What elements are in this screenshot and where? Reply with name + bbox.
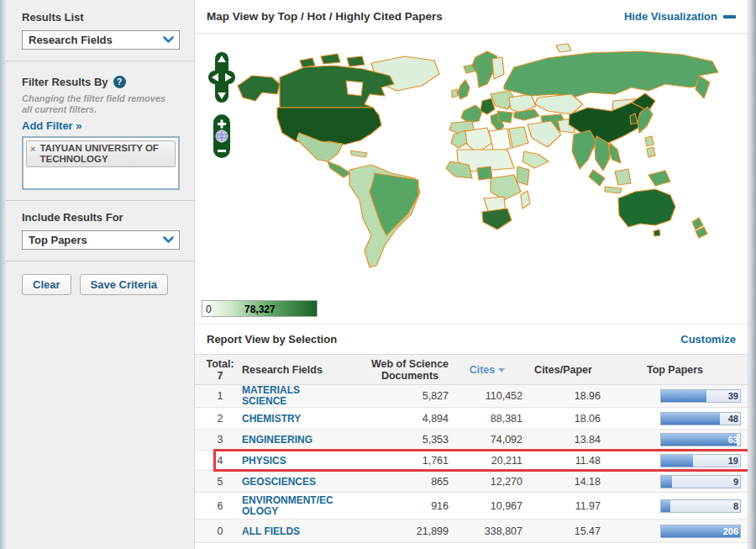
cites-value: 74,092 bbox=[450, 434, 524, 446]
row-rank: 2 bbox=[198, 413, 242, 425]
filter-tag[interactable]: × TAIYUAN UNIVERSITY OF TECHNOLOGY bbox=[26, 140, 176, 167]
results-list-dropdown[interactable]: Research Fields bbox=[22, 30, 180, 50]
include-results-dropdown-value: Top Papers bbox=[23, 234, 157, 246]
docs-value: 5,353 bbox=[370, 434, 450, 446]
legend-min-value: 0 bbox=[206, 304, 212, 315]
top-papers-value: 39 bbox=[728, 391, 738, 401]
row-rank: 5 bbox=[198, 476, 242, 488]
results-list-heading: Results List bbox=[22, 11, 179, 24]
chevron-down-icon bbox=[157, 236, 179, 244]
filter-section: Filter Results By ? Changing the filter … bbox=[6, 61, 194, 200]
map-view-title: Map View by Top / Hot / Highly Cited Pap… bbox=[207, 10, 443, 23]
column-research-fields: Research Fields bbox=[242, 364, 370, 376]
filter-box[interactable]: × TAIYUAN UNIVERSITY OF TECHNOLOGY bbox=[22, 136, 180, 190]
top-papers-bar[interactable]: 9 bbox=[660, 475, 741, 488]
field-link[interactable]: CHEMISTRY bbox=[242, 414, 301, 425]
hide-visualization-label: Hide Visualization bbox=[624, 10, 717, 23]
results-table: Total: 7 Research Fields Web of Science … bbox=[195, 355, 748, 543]
row-rank: 3 bbox=[198, 434, 242, 446]
clear-button[interactable]: Clear bbox=[22, 274, 71, 295]
docs-value: 4,894 bbox=[370, 413, 450, 425]
cpp-value: 18.06 bbox=[524, 413, 602, 425]
top-papers-bar[interactable]: 63 bbox=[660, 433, 741, 446]
filter-note: Changing the filter field removes all cu… bbox=[22, 93, 173, 115]
cpp-value: 13.84 bbox=[524, 434, 602, 446]
column-wos-documents: Web of Science Documents bbox=[370, 358, 450, 382]
globe-icon bbox=[216, 130, 228, 142]
vertical-scrollbar[interactable] bbox=[748, 0, 756, 549]
top-papers-value: 8 bbox=[733, 501, 738, 511]
customize-link[interactable]: Customize bbox=[680, 333, 736, 346]
main-panel: Map View by Top / Hot / Highly Cited Pap… bbox=[195, 0, 748, 549]
pan-control[interactable] bbox=[208, 52, 235, 103]
top-papers-value: 19 bbox=[728, 456, 738, 466]
field-link[interactable]: ENGINEERING bbox=[242, 435, 312, 446]
cites-value: 12,270 bbox=[450, 476, 524, 488]
top-papers-bar[interactable]: 48 bbox=[660, 412, 741, 425]
docs-value: 865 bbox=[370, 476, 450, 488]
add-filter-link[interactable]: Add Filter » bbox=[22, 119, 82, 132]
table-row: 2 CHEMISTRY 4,894 88,381 18.06 48 bbox=[195, 408, 748, 430]
filter-heading: Filter Results By bbox=[22, 76, 108, 88]
row-rank: 6 bbox=[198, 500, 242, 512]
sidebar: Results List Research Fields Filter Resu… bbox=[6, 0, 195, 549]
top-papers-bar[interactable]: 39 bbox=[660, 389, 741, 403]
include-results-dropdown[interactable]: Top Papers bbox=[22, 230, 180, 250]
docs-value: 5,827 bbox=[370, 390, 450, 402]
field-link[interactable]: MATERIALS SCIENCE bbox=[242, 385, 338, 407]
row-rank: 0 bbox=[198, 525, 242, 537]
table-row: 3 ENGINEERING 5,353 74,092 13.84 63 bbox=[195, 430, 748, 451]
filter-tag-label: TAIYUAN UNIVERSITY OF TECHNOLOGY bbox=[39, 143, 170, 164]
results-list-dropdown-value: Research Fields bbox=[23, 34, 157, 46]
table-header-row: Total: 7 Research Fields Web of Science … bbox=[195, 355, 748, 385]
table-row: 5 GEOSCIENCES 865 12,270 14.18 9 bbox=[195, 471, 748, 493]
docs-value: 916 bbox=[370, 500, 450, 512]
save-criteria-button[interactable]: Save Criteria bbox=[80, 274, 169, 295]
top-papers-bar[interactable]: 206 bbox=[660, 525, 741, 538]
column-cites-sort[interactable]: Cites bbox=[450, 364, 524, 376]
row-rank: 4 bbox=[198, 455, 242, 467]
cpp-value: 11.97 bbox=[524, 500, 602, 512]
top-papers-bar[interactable]: 19 bbox=[660, 454, 741, 467]
help-icon[interactable]: ? bbox=[113, 76, 126, 88]
cites-value: 20,211 bbox=[450, 455, 524, 467]
table-row: 0 ALL FIELDS 21,899 338,807 15.47 206 bbox=[195, 520, 748, 543]
row-rank: 1 bbox=[198, 390, 242, 402]
field-link[interactable]: GEOSCIENCES bbox=[242, 477, 316, 488]
cites-value: 10,967 bbox=[450, 500, 524, 512]
docs-value: 1,761 bbox=[370, 455, 450, 467]
field-link[interactable]: ALL FIELDS bbox=[242, 526, 300, 537]
cpp-value: 18.96 bbox=[524, 390, 602, 402]
top-papers-value: 63 bbox=[728, 435, 738, 445]
field-link[interactable]: ENVIRONMENT/ECOLOGY bbox=[242, 495, 338, 517]
window-left-edge bbox=[0, 0, 6, 549]
map-area: 0 78,327 bbox=[195, 34, 748, 324]
top-papers-bar[interactable]: 8 bbox=[660, 499, 741, 513]
remove-filter-icon[interactable]: × bbox=[30, 144, 35, 164]
hide-visualization-link[interactable]: Hide Visualization bbox=[624, 10, 736, 23]
docs-value: 21,899 bbox=[370, 525, 450, 537]
cites-value: 110,452 bbox=[450, 390, 524, 402]
report-view-title: Report View by Selection bbox=[207, 333, 337, 346]
cpp-value: 15.47 bbox=[524, 525, 602, 537]
map-legend: 0 78,327 bbox=[202, 300, 318, 317]
world-map[interactable] bbox=[195, 34, 748, 296]
cpp-value: 11.48 bbox=[524, 455, 602, 467]
app-window: Results List Research Fields Filter Resu… bbox=[0, 0, 756, 549]
table-row-physics-highlighted: 4 PHYSICS 1,761 20,211 11.48 19 bbox=[195, 451, 748, 471]
top-papers-value: 9 bbox=[733, 477, 738, 487]
top-papers-value: 48 bbox=[728, 414, 738, 424]
report-header: Report View by Selection Customize bbox=[195, 324, 748, 355]
collapse-minus-icon bbox=[723, 15, 736, 18]
column-top-papers: Top Papers bbox=[602, 364, 748, 376]
table-row: 6 ENVIRONMENT/ECOLOGY 916 10,967 11.97 8 bbox=[195, 493, 748, 520]
cpp-value: 14.18 bbox=[524, 476, 602, 488]
zoom-control[interactable] bbox=[213, 114, 230, 158]
legend-max-value: 78,327 bbox=[244, 304, 276, 315]
zoom-out-button[interactable] bbox=[218, 150, 226, 152]
chevron-down-icon bbox=[157, 36, 179, 44]
field-link[interactable]: PHYSICS bbox=[242, 456, 286, 467]
sort-descending-icon bbox=[498, 368, 505, 372]
actions-section: Clear Save Criteria bbox=[6, 261, 194, 305]
include-results-section: Include Results For Top Papers bbox=[6, 200, 194, 261]
